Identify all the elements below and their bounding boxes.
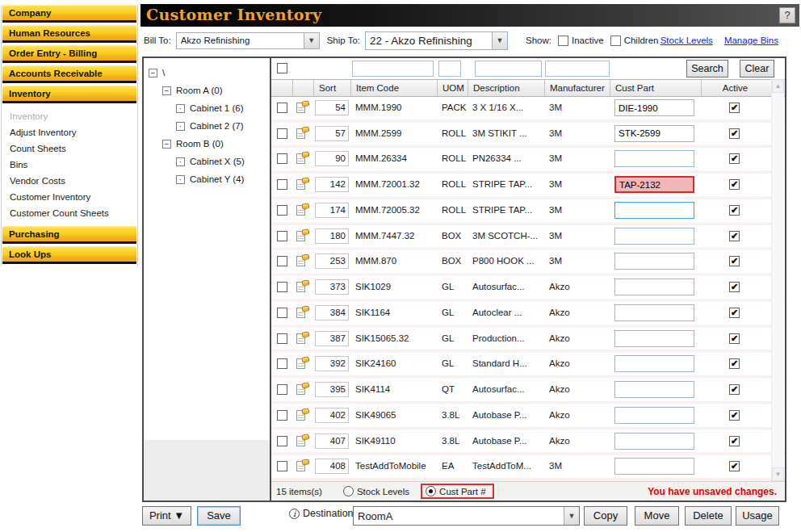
ship-to-combo[interactable]: 22 - Akzo Refinishing ▼ [365,31,508,50]
active-checkbox[interactable]: ✔ [729,128,740,139]
manage-bins-link[interactable]: Manage Bins [724,36,778,45]
cust-part-input[interactable] [614,279,694,295]
save-button[interactable]: Save [197,506,241,526]
sidebar-item-bins[interactable]: Bins [2,157,136,173]
active-checkbox[interactable]: ✔ [729,282,740,292]
tree-node-icon[interactable]: · [176,104,185,113]
help-button[interactable]: ? [779,7,795,23]
row-checkbox[interactable] [277,461,287,471]
uom-filter-input[interactable] [438,61,461,77]
sidebar-section-look-ups[interactable]: Look Ups [2,246,136,264]
move-button[interactable]: Move [635,506,679,526]
usage-button[interactable]: Usage [736,506,779,526]
active-checkbox[interactable]: ✔ [729,231,740,241]
destination-combo[interactable]: RoomA ▼ [353,506,580,526]
cust-part-input[interactable] [614,381,694,398]
tree-node-icon[interactable]: · [176,157,185,166]
sort-value-input[interactable]: 408 [315,459,349,474]
sort-value-input[interactable]: 384 [315,305,349,320]
copy-button[interactable]: Copy [584,506,627,526]
column-header-description[interactable]: Description [468,80,544,96]
sort-value-input[interactable]: 392 [315,356,349,371]
cust-part-input[interactable] [614,407,694,424]
item-code-filter-input[interactable] [352,61,434,77]
stock-levels-link[interactable]: Stock Levels [661,36,713,45]
column-header-cust-part[interactable]: Cust Part [610,80,701,96]
tree-node-icon[interactable]: · [176,175,185,184]
note-icon[interactable] [296,332,309,345]
row-checkbox[interactable] [277,282,287,292]
bill-to-combo[interactable]: Akzo Refinishing ▼ [176,32,320,49]
clear-button[interactable]: Clear [740,60,774,77]
note-icon[interactable] [296,357,309,370]
tree-item-cabinet-y-4[interactable]: ·Cabinet Y (4) [144,170,270,188]
scroll-down-icon[interactable]: ▼ [772,467,784,481]
active-checkbox[interactable]: ✔ [729,205,740,216]
row-checkbox[interactable] [277,436,287,446]
delete-button[interactable]: Delete [685,506,732,526]
note-icon[interactable] [296,127,309,140]
note-icon[interactable] [296,459,309,472]
note-icon[interactable] [296,178,309,191]
cust-part-input[interactable] [614,202,694,219]
sort-value-input[interactable]: 402 [315,408,349,423]
active-checkbox[interactable]: ✔ [729,436,740,446]
note-icon[interactable] [296,101,309,114]
cust-part-input[interactable] [614,228,694,245]
description-filter-input[interactable] [475,61,542,77]
column-header-manufacturer[interactable]: Manufacturer [544,80,610,96]
row-checkbox[interactable] [277,384,287,395]
sort-value-input[interactable]: 387 [315,331,349,346]
note-icon[interactable] [296,306,309,319]
sidebar-section-inventory[interactable]: Inventory [2,86,136,103]
row-checkbox[interactable] [277,103,287,113]
row-checkbox[interactable] [277,153,287,164]
search-button[interactable]: Search [686,60,728,77]
show-inactive-checkbox[interactable] [558,36,568,46]
column-header-uom[interactable]: UOM [437,80,468,96]
note-icon[interactable] [296,280,309,293]
sidebar-section-company[interactable]: Company [2,5,136,23]
tree-item-cabinet-x-5[interactable]: ·Cabinet X (5) [144,153,270,170]
row-checkbox[interactable] [277,128,287,139]
sidebar-section-human-resources[interactable]: Human Resources [2,25,136,43]
sidebar-item-adjust-inventory[interactable]: Adjust Inventory [2,124,136,140]
active-checkbox[interactable]: ✔ [729,103,740,113]
scroll-up-icon[interactable]: ▲ [772,79,784,93]
cust-part-input[interactable] [614,99,694,116]
sort-value-input[interactable]: 142 [315,177,349,192]
sidebar-section-order-entry-billing[interactable]: Order Entry - Billing [2,45,136,63]
column-header-active[interactable]: Active [701,80,769,96]
tree-item-cabinet-1-6[interactable]: ·Cabinet 1 (6) [144,99,270,117]
sidebar-section-accounts-receivable[interactable]: Accounts Receivable [2,65,136,83]
row-checkbox[interactable] [277,179,287,190]
row-checkbox[interactable] [277,308,287,318]
note-icon[interactable] [296,434,309,447]
note-icon[interactable] [296,152,309,165]
sort-value-input[interactable]: 253 [315,253,349,269]
vertical-scrollbar[interactable]: ▲ ▼ [771,79,784,481]
cust-part-input[interactable] [614,458,694,475]
tree-node-icon[interactable]: · [176,122,185,131]
row-checkbox[interactable] [277,358,287,369]
row-checkbox[interactable] [277,256,287,266]
sidebar-item-customer-inventory[interactable]: Customer Inventory [2,189,136,205]
active-checkbox[interactable]: ✔ [729,333,740,344]
cust-part-input[interactable] [614,176,694,193]
cust-part-input[interactable] [614,125,694,142]
tree-item-room-a-0[interactable]: −Room A (0) [144,82,270,99]
note-icon[interactable] [296,203,309,216]
active-checkbox[interactable]: ✔ [729,179,740,190]
row-checkbox[interactable] [277,410,287,421]
sort-value-input[interactable]: 174 [315,203,349,218]
tree-collapse-icon[interactable]: − [149,69,157,77]
sidebar-section-purchasing[interactable]: Purchasing [2,226,136,244]
tree-collapse-icon[interactable]: − [162,140,171,149]
active-checkbox[interactable]: ✔ [729,384,740,395]
active-checkbox[interactable]: ✔ [729,153,740,164]
row-checkbox[interactable] [277,231,287,241]
sort-value-input[interactable]: 373 [315,279,349,295]
sidebar-item-count-sheets[interactable]: Count Sheets [2,140,136,157]
cust-part-input[interactable] [614,433,694,450]
cust-part-input[interactable] [614,355,694,372]
